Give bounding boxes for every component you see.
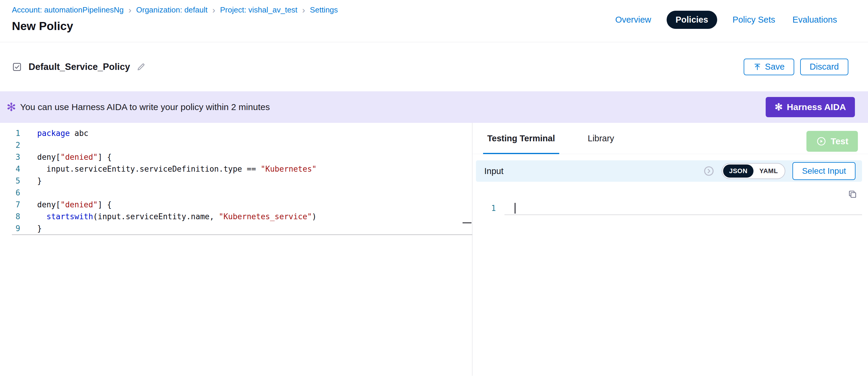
tab-policy-sets[interactable]: Policy Sets	[731, 11, 777, 29]
aida-banner-text: You can use Harness AIDA to write your p…	[20, 102, 270, 112]
circle-chevron-icon[interactable]	[703, 165, 714, 177]
select-input-button[interactable]: Select Input	[793, 162, 856, 180]
current-line-border	[12, 234, 472, 235]
tab-testing-terminal[interactable]: Testing Terminal	[487, 123, 555, 154]
discard-button[interactable]: Discard	[800, 59, 848, 75]
play-circle-icon	[816, 136, 827, 147]
tab-library[interactable]: Library	[588, 123, 614, 154]
test-button-label: Test	[831, 136, 848, 146]
input-header-controls: JSON YAML Select Input	[703, 162, 856, 180]
input-current-line-border	[504, 215, 862, 215]
input-label: Input	[484, 166, 504, 176]
aida-sparkle-icon: ✻	[6, 101, 16, 113]
format-toggle: JSON YAML	[722, 163, 785, 179]
input-section-header: Input JSON YAML Select Input	[476, 160, 862, 182]
code-lines: package abcdeny["denied"] { input.servic…	[37, 127, 316, 234]
content-split: 123456789 package abcdeny["denied"] { in…	[0, 123, 868, 376]
toolbar-actions: Save Discard	[744, 59, 848, 75]
breadcrumb-settings[interactable]: Settings	[310, 5, 338, 14]
code-gutter: 123456789	[0, 127, 20, 234]
save-button[interactable]: Save	[744, 59, 794, 75]
aida-button-label: Harness AIDA	[787, 102, 846, 112]
aida-sparkle-icon: ✻	[775, 102, 783, 112]
policy-check-icon	[12, 62, 22, 72]
harness-aida-button[interactable]: ✻ Harness AIDA	[766, 97, 855, 117]
toggle-json[interactable]: JSON	[723, 164, 753, 178]
upload-icon	[753, 63, 762, 71]
breadcrumb-project[interactable]: Project: vishal_av_test	[220, 5, 298, 14]
overview-ruler-cursor-mark	[463, 222, 471, 223]
breadcrumb-organization[interactable]: Organization: default	[136, 5, 208, 14]
app-root: Account: automationPipelinesNg › Organiz…	[0, 0, 868, 376]
page-title: New Policy	[12, 20, 73, 33]
tab-evaluations[interactable]: Evaluations	[790, 11, 839, 29]
copy-icon[interactable]	[848, 189, 857, 200]
input-editor-line: 1	[472, 202, 516, 214]
code-scroll: 123456789 package abcdeny["denied"] { in…	[0, 127, 472, 234]
tab-policies[interactable]: Policies	[666, 11, 717, 29]
breadcrumb: Account: automationPipelinesNg › Organiz…	[12, 5, 338, 14]
input-line-number: 1	[472, 204, 496, 213]
toggle-yaml[interactable]: YAML	[753, 164, 784, 178]
breadcrumb-account[interactable]: Account: automationPipelinesNg	[12, 5, 124, 14]
policy-title-group: Default_Service_Policy	[12, 62, 146, 72]
module-tabs: Overview Policies Policy Sets Evaluation…	[613, 11, 839, 29]
testing-panel: Testing Terminal Library Test Inpu	[472, 123, 868, 376]
tab-testing-terminal-label: Testing Terminal	[487, 133, 555, 144]
edit-name-icon[interactable]	[136, 62, 146, 71]
breadcrumb-chevron-icon: ›	[212, 6, 215, 14]
discard-label: Discard	[810, 62, 839, 72]
policy-toolbar: Default_Service_Policy Save Discard	[0, 42, 868, 91]
terminal-tabs: Testing Terminal Library Test	[472, 123, 868, 154]
breadcrumb-chevron-icon: ›	[128, 6, 131, 14]
policy-code-editor[interactable]: 123456789 package abcdeny["denied"] { in…	[0, 123, 472, 376]
text-cursor	[515, 203, 516, 214]
policy-name: Default_Service_Policy	[29, 62, 130, 72]
test-button[interactable]: Test	[806, 131, 858, 152]
page-header: Account: automationPipelinesNg › Organiz…	[0, 0, 868, 42]
tab-overview[interactable]: Overview	[613, 11, 653, 29]
breadcrumb-chevron-icon: ›	[302, 6, 305, 14]
save-label: Save	[765, 62, 785, 72]
tab-library-label: Library	[588, 133, 614, 144]
aida-banner: ✻ You can use Harness AIDA to write your…	[0, 91, 868, 123]
